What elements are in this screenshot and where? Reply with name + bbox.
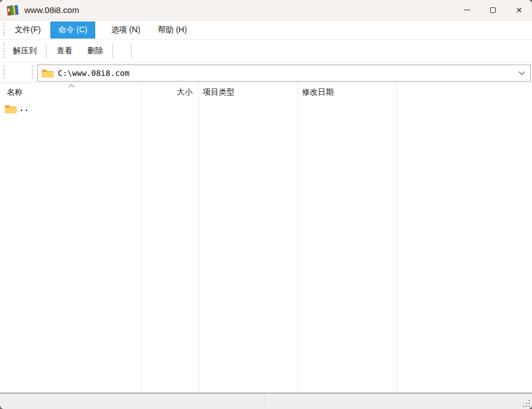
title-bar: www.08i8.com ✕ xyxy=(0,0,532,20)
toolbar-separator xyxy=(131,44,131,58)
menu-item-options[interactable]: 选项 (N) xyxy=(103,22,148,39)
menu-item-file[interactable]: 文件(F) xyxy=(7,22,49,39)
maximize-icon xyxy=(490,7,496,13)
column-divider[interactable] xyxy=(198,83,199,393)
minimize-icon xyxy=(464,10,470,10)
column-header-size[interactable]: 大小 xyxy=(142,87,198,97)
column-header-name[interactable]: 名称 xyxy=(0,87,142,97)
close-button[interactable]: ✕ xyxy=(506,0,532,20)
menu-bar: 文件(F) 命令 (C) 选项 (N) 帮助 (H) xyxy=(0,20,532,40)
window-controls: ✕ xyxy=(454,0,532,20)
delete-button[interactable]: 删除 xyxy=(80,42,110,59)
minimize-button[interactable] xyxy=(454,0,480,20)
app-window: www.08i8.com ✕ 文件(F) 命令 (C) 选项 (N) 帮助 (H… xyxy=(0,0,532,409)
toolbar-gripper[interactable] xyxy=(3,23,5,36)
address-gripper[interactable] xyxy=(32,66,33,80)
toolbar-gripper[interactable] xyxy=(3,42,5,59)
column-divider[interactable] xyxy=(397,83,397,393)
menu-item-commands[interactable]: 命令 (C) xyxy=(50,22,95,39)
column-divider[interactable] xyxy=(297,83,298,393)
tool-bar: 解压到 查看 删除 xyxy=(0,40,532,63)
folder-icon xyxy=(5,104,17,114)
status-bar xyxy=(0,394,532,409)
address-bar-row: C:\www.08i8.com xyxy=(0,63,532,83)
window-title: www.08i8.com xyxy=(24,5,454,15)
address-path[interactable]: C:\www.08i8.com xyxy=(58,69,513,78)
list-header: 名称 大小 项目类型 修改日期 xyxy=(0,83,532,101)
address-dropdown-button[interactable] xyxy=(513,65,530,81)
statusbar-divider xyxy=(265,396,265,407)
file-name: .. xyxy=(19,104,29,113)
column-header-type[interactable]: 项目类型 xyxy=(198,87,297,97)
toolbar-separator xyxy=(46,44,46,58)
list-item-parent-dir[interactable]: .. xyxy=(0,101,532,116)
winrar-stacked-books-icon xyxy=(6,4,19,16)
extract-to-button[interactable]: 解压到 xyxy=(6,42,44,59)
address-gripper[interactable] xyxy=(3,66,5,80)
chevron-up-icon xyxy=(68,84,75,88)
column-divider[interactable] xyxy=(142,83,142,393)
column-header-modified[interactable]: 修改日期 xyxy=(297,87,397,97)
address-combobox[interactable]: C:\www.08i8.com xyxy=(37,65,531,82)
chevron-down-icon xyxy=(518,71,525,75)
toolbar-separator xyxy=(112,44,113,58)
folder-icon xyxy=(41,68,54,78)
resize-grip-icon[interactable] xyxy=(523,400,530,407)
menu-item-help[interactable]: 帮助 (H) xyxy=(150,22,195,39)
view-button[interactable]: 查看 xyxy=(50,42,79,59)
file-list: 名称 大小 项目类型 修改日期 .. xyxy=(0,83,532,393)
maximize-button[interactable] xyxy=(480,0,506,20)
close-icon: ✕ xyxy=(516,6,522,14)
